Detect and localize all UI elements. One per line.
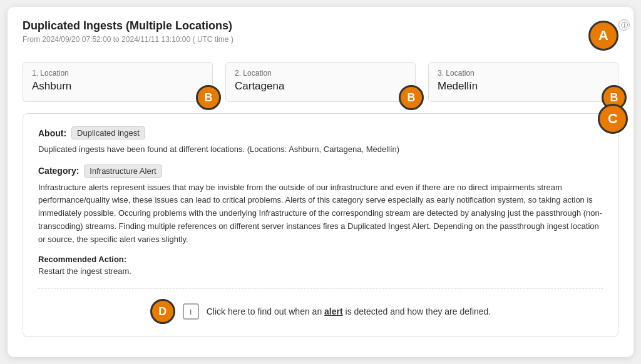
recommended-action-label: Recommended Action: [38,255,603,264]
page-subtitle: From 2024/09/20 07:52:00 to 2024/11/11 1… [23,35,233,44]
location-label-3: 3. Location [438,69,609,78]
locations-row: 1. Location Ashburn B 2. Location Cartag… [23,62,618,102]
footer-text-after: is detected and how they are defined. [343,306,491,316]
location-label-2: 2. Location [235,69,406,78]
about-row: About: Duplicated ingest [38,126,603,139]
location-card-2: 2. Location Cartagena B [225,62,416,102]
badge-d: D [150,299,175,324]
info-icon[interactable]: ⓘ [618,19,630,31]
category-text: Infrastructure alerts represent issues t… [38,181,603,246]
title-section: Duplicated Ingests (Multiple Locations) … [23,19,233,44]
location-value-1: Ashburn [32,80,203,93]
footer-text-before: Click here to find out when an [207,306,324,316]
category-tag: Infrastructure Alert [84,164,162,178]
about-text: Duplicated ingests have been found at di… [38,143,603,156]
badge-b-1: B [196,85,221,110]
header-area: Duplicated Ingests (Multiple Locations) … [23,19,618,51]
category-label: Category: [38,166,79,176]
badge-c: C [598,104,628,134]
location-value-3: Medellín [438,80,609,93]
recommended-action-text: Restart the ingest stream. [38,266,603,276]
footer-link-area: D i Click here to find out when an alert… [38,288,603,324]
badge-a: A [588,21,618,51]
footer-link-text[interactable]: Click here to find out when an alert is … [207,306,491,316]
info-box-icon: i [183,303,199,320]
category-row: Category: Infrastructure Alert [38,164,603,178]
location-card-3: 3. Location Medellín B [428,62,618,102]
main-container: Duplicated Ingests (Multiple Locations) … [8,7,633,357]
location-card-1: 1. Location Ashburn B [23,62,213,102]
about-tag: Duplicated ingest [71,126,145,139]
location-value-2: Cartagena [235,80,406,93]
badge-b-2: B [399,85,424,110]
location-label-1: 1. Location [32,69,203,78]
detail-panel: C About: Duplicated ingest Duplicated in… [23,113,618,337]
about-label: About: [38,128,66,138]
page-title: Duplicated Ingests (Multiple Locations) [23,19,233,33]
alert-link[interactable]: alert [324,306,343,316]
